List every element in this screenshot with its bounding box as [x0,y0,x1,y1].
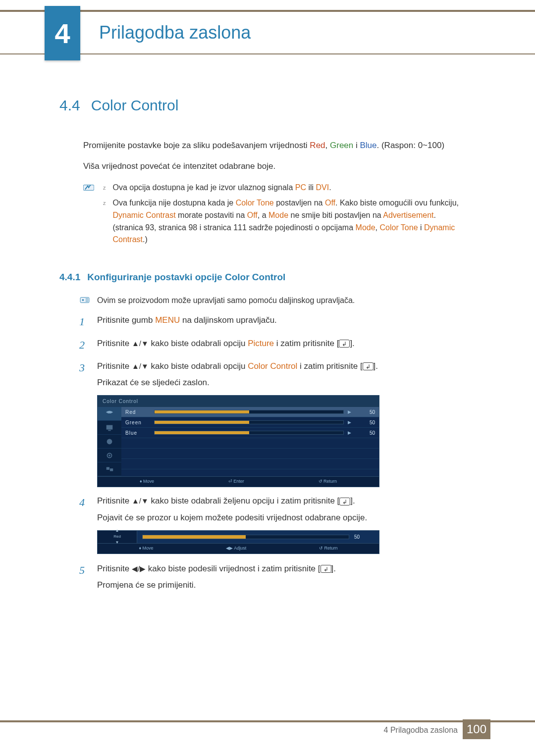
slider-value: 50 [354,533,374,541]
right-arrow-icon: ▶ [348,419,351,426]
page-content: 4.4 Color Control Promijenite postavke b… [0,54,535,592]
enter-icon [339,498,350,505]
osd-value: 50 [355,419,375,427]
chapter-title: Prilagodba zaslona [99,22,251,43]
osd-slider-panel: ▲ Red ▼ 50 ♦ Move ◀▶ Adjust ↺ Return [97,530,379,554]
osd-tab-sound-icon [98,435,121,449]
text: Ova funkcija nije dostupna kada je [113,199,236,207]
osd-main: Red▶50Green▶50Blue▶50 [121,407,379,476]
note-block: z Ova opcija dostupna je kad je izvor ul… [83,182,490,249]
dvi-label: DVI [316,183,329,192]
osd-bar [154,410,344,414]
text: Pritisnite [97,339,132,348]
step-1: 1 Pritisnite gumb MENU na daljinskom upr… [79,313,490,330]
text: ]. [374,361,378,371]
down-arrow-icon: ▼ [115,540,119,546]
info-text: Ovim se proizvodom može upravljati samo … [97,295,355,307]
mode-label: Mode [268,211,288,219]
color-tone-label: Color Tone [236,199,274,207]
svg-point-7 [108,454,110,456]
osd-row-label: Red [125,408,150,416]
text: i zatim pritisnite [ [274,339,339,348]
text: . [329,183,331,192]
section-number: 4.4 [59,94,80,117]
text: Promijenite postavke boje za sliku podeš… [83,141,310,150]
osd-title: Color Control [98,396,379,407]
text: ]. [350,339,354,348]
osd-row-empty [121,459,379,469]
slider-footer: ♦ Move ◀▶ Adjust ↺ Return [98,544,379,554]
svg-rect-8 [107,467,109,469]
step-number: 4 [79,494,88,511]
text: . Kako biste omogućili ovu funkciju, [335,199,459,207]
text: ne smije biti postavljen na [288,211,383,219]
osd-tab-setup-icon [98,449,121,462]
step-3: 3 Pritisnite ▲/▼ kako biste odabrali opc… [79,359,490,389]
text: ]. [350,496,355,505]
osd-sidebar [98,407,121,476]
enter-label: Enter [233,479,244,484]
step-number: 1 [79,313,88,330]
up-down-arrows-icon: ▲/▼ [132,497,149,505]
footer-chapter-label: 4 Prilagodba zaslona [384,726,458,735]
osd-row: Red▶50 [121,407,379,417]
intro-paragraph-2: Viša vrijednost povećat će intenzitet od… [83,160,490,173]
green-label: Green [330,141,353,150]
up-down-arrows-icon: ▲/▼ [132,339,149,348]
text: . (Raspon: 0~100) [377,141,445,150]
enter-icon [321,565,331,573]
step-number: 2 [79,337,88,353]
text: kako biste odabrali opciju [149,361,248,371]
slider-bar [142,535,349,539]
info-row: Ovim se proizvodom može upravljati samo … [79,295,490,307]
text: i zatim pritisnite [ [297,361,362,371]
page-header: 4 Prilagodba zaslona [0,10,535,54]
text: morate postaviti na [176,211,247,219]
osd-tab-picture-icon [98,407,121,421]
text: Pojavit će se prozor u kojem možete pode… [97,511,490,524]
svg-rect-3 [107,425,113,430]
text: Pritisnite [97,564,132,573]
right-arrow-icon: ▶ [348,430,351,437]
text: .) [143,235,148,244]
osd-color-control-panel: Color Control Red▶50Green▶50Blue▶50 ♦ Mo… [97,395,379,487]
text: Promjena će se primijeniti. [97,578,490,592]
text: Pritisnite [97,361,132,371]
step-4: 4 Pritisnite ▲/▼ kako biste odabrali žel… [79,494,490,524]
slider-label: Red [113,534,121,540]
adjust-label: Adjust [234,546,246,551]
red-label: Red [310,141,325,150]
bullet-icon: z [103,184,106,194]
subsection-title: Konfiguriranje postavki opcije Color Con… [87,270,285,284]
osd-row-empty [121,438,379,449]
svg-point-2 [82,299,84,301]
bullet-icon: z [103,199,106,246]
subsection-number: 4.4.1 [59,270,80,284]
blue-label: Blue [360,141,376,150]
remote-icon [79,296,90,304]
text: (stranica 93, stranica 98 i stranica 111… [113,223,356,232]
picture-label: Picture [248,339,274,348]
text: ]. [331,564,336,573]
up-arrow-icon: ▲ [115,528,119,534]
text: na daljinskom upravljaču. [180,315,277,325]
step-2: 2 Pritisnite ▲/▼ kako biste odabrali opc… [79,337,490,353]
osd-tab-screen-icon [98,421,121,435]
text: Ova opcija dostupna je kad je izvor ulaz… [113,183,295,192]
svg-rect-4 [108,430,110,431]
text: postavljen na [274,199,325,207]
step-number: 5 [79,562,88,579]
right-arrow-icon: ▶ [348,409,351,416]
osd-row-empty [121,449,379,459]
text: . [434,211,436,219]
svg-point-5 [107,439,112,445]
mode-label: Mode [356,223,375,232]
section-title: Color Control [91,94,179,117]
slider-nav: ▲ Red ▼ [98,531,137,543]
pc-label: PC [295,183,306,192]
off-label: Off [247,211,258,219]
step-number: 3 [79,359,88,376]
enter-icon [363,362,374,370]
menu-label: MENU [155,315,180,325]
page-footer: 4 Prilagodba zaslona 100 [0,720,535,738]
